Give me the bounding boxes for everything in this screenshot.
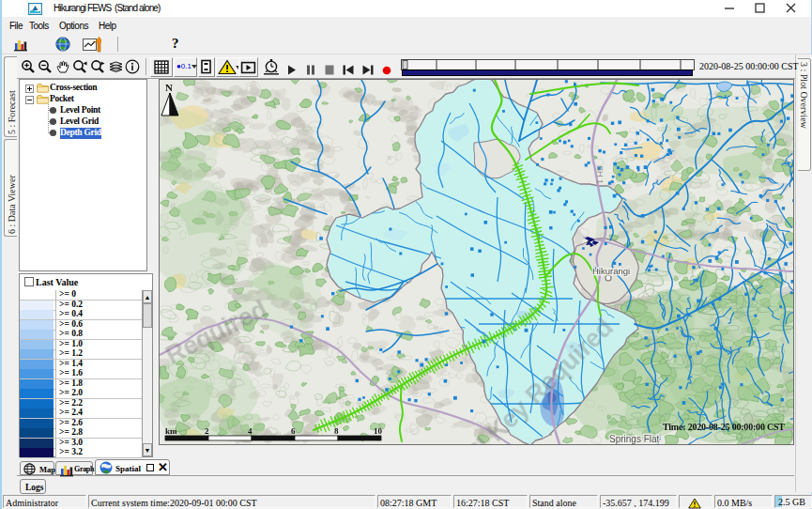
svg-text:Springs Flat: Springs Flat [609,434,660,444]
svg-text:10: 10 [374,426,383,436]
svg-text:SH 1: SH 1 [595,165,605,184]
svg-text:8: 8 [334,426,339,436]
svg-text:Time: 2020-08-25 00:00:00 CST: Time: 2020-08-25 00:00:00 CST [663,422,785,432]
svg-text:Hikurangi: Hikurangi [592,266,630,276]
svg-text:6: 6 [291,426,296,436]
svg-text:2: 2 [205,426,209,436]
svg-text:4: 4 [248,426,253,436]
svg-text:km: km [165,426,177,436]
svg-text:N: N [165,82,173,93]
